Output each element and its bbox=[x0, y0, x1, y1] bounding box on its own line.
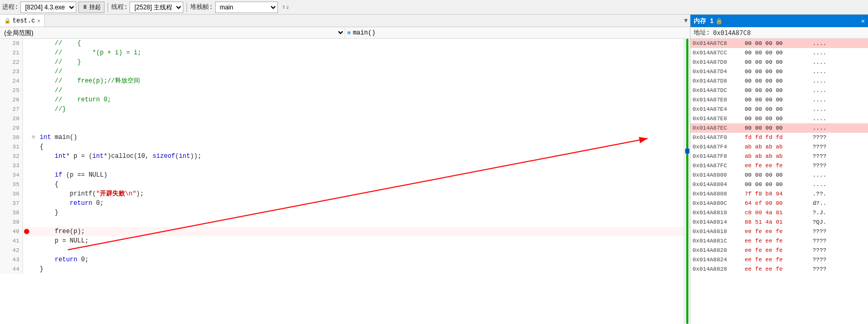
line-marker-39[interactable] bbox=[23, 217, 30, 227]
memory-row[interactable]: 0x014A87D400 00 00 00.... bbox=[690, 67, 868, 76]
code-line-31: 31{ bbox=[0, 142, 684, 152]
tab-filename: test.c bbox=[13, 17, 35, 25]
mem-bytes-6: 00 00 00 00 bbox=[743, 95, 811, 105]
collapse-icon-42 bbox=[30, 246, 37, 255]
stack-label: 堆栈帧: bbox=[190, 3, 213, 11]
mem-bytes-7: 00 00 00 00 bbox=[743, 105, 811, 114]
memory-row[interactable]: 0x014A87CC00 00 00 00.... bbox=[690, 48, 868, 57]
memory-row[interactable]: 0x014A8828ee fe ee fe???? bbox=[690, 264, 868, 274]
line-content-42 bbox=[37, 246, 40, 255]
line-marker-41[interactable] bbox=[23, 236, 30, 246]
code-line-32: 32 int* p = (int*)calloc(10, sizeof(int)… bbox=[0, 152, 684, 161]
memory-close-icon[interactable]: ✕ bbox=[861, 17, 865, 25]
line-marker-40[interactable] bbox=[23, 227, 30, 236]
line-marker-33[interactable] bbox=[23, 161, 30, 170]
mem-bytes-1: 00 00 00 00 bbox=[743, 48, 811, 57]
line-number-28: 28 bbox=[0, 114, 23, 123]
memory-row[interactable]: 0x014A87FCee fe ee fe???? bbox=[690, 161, 868, 170]
line-number-20: 20 bbox=[0, 39, 23, 48]
stack-select[interactable]: main bbox=[215, 2, 278, 13]
memory-row[interactable]: 0x014A880C64 ef 00 00d?.. bbox=[690, 199, 868, 208]
memory-row[interactable]: 0x014A87D000 00 00 00.... bbox=[690, 57, 868, 67]
tab-close-icon[interactable]: ✕ bbox=[37, 18, 40, 24]
line-marker-32[interactable] bbox=[23, 152, 30, 161]
memory-row[interactable]: 0x014A880000 00 00 00.... bbox=[690, 170, 868, 180]
line-marker-29[interactable] bbox=[23, 123, 30, 133]
toolbar-divider-2 bbox=[186, 3, 187, 12]
memory-row[interactable]: 0x014A881488 51 4a 01?QJ. bbox=[690, 217, 868, 227]
memory-row[interactable]: 0x014A880400 00 00 00.... bbox=[690, 180, 868, 189]
memory-row[interactable]: 0x014A8818ee fe ee fe???? bbox=[690, 227, 868, 236]
memory-row[interactable]: 0x014A87D800 00 00 00.... bbox=[690, 76, 868, 86]
memory-row[interactable]: 0x014A881Cee fe ee fe???? bbox=[690, 236, 868, 246]
mem-chars-14: .... bbox=[811, 170, 868, 180]
memory-row[interactable]: 0x014A87EC00 00 00 00.... bbox=[690, 123, 868, 133]
memory-row[interactable]: 0x014A87DC00 00 00 00.... bbox=[690, 86, 868, 95]
line-content-30: int main() bbox=[37, 133, 77, 142]
line-marker-24[interactable] bbox=[23, 76, 30, 86]
suspend-button[interactable]: ⏸ 挂起 bbox=[78, 2, 104, 13]
code-tab-bar: 🔒 test.c ✕ ▼ bbox=[0, 15, 690, 27]
thread-select[interactable]: [2528] 主线程 bbox=[130, 2, 183, 13]
collapse-icon-29 bbox=[30, 123, 37, 133]
code-tab-testc[interactable]: 🔒 test.c ✕ bbox=[0, 15, 45, 27]
mem-chars-20: ???? bbox=[811, 227, 868, 236]
line-marker-26[interactable] bbox=[23, 95, 30, 105]
memory-row[interactable]: 0x014A8810c0 00 4a 01?.J. bbox=[690, 208, 868, 217]
line-marker-22[interactable] bbox=[23, 57, 30, 67]
collapse-icon-30[interactable]: ⊖ bbox=[30, 133, 37, 142]
mem-addr-12: 0x014A87F8 bbox=[690, 152, 743, 161]
line-marker-42[interactable] bbox=[23, 246, 30, 255]
line-marker-21[interactable] bbox=[23, 48, 30, 57]
mem-chars-3: .... bbox=[811, 67, 868, 76]
process-select[interactable]: [8204] 4.3.exe bbox=[20, 2, 76, 13]
main-area: 🔒 test.c ✕ ▼ (全局范围) ⊕ main() 20 // {21 /… bbox=[0, 15, 868, 324]
line-marker-27[interactable] bbox=[23, 105, 30, 114]
mem-addr-7: 0x014A87E4 bbox=[690, 105, 743, 114]
memory-row[interactable]: 0x014A87F4ab ab ab ab???? bbox=[690, 142, 868, 152]
memory-row[interactable]: 0x014A87E000 00 00 00.... bbox=[690, 95, 868, 105]
line-marker-44[interactable] bbox=[23, 264, 30, 274]
memory-row[interactable]: 0x014A87E800 00 00 00.... bbox=[690, 114, 868, 123]
line-marker-38[interactable] bbox=[23, 208, 30, 217]
memory-row[interactable]: 0x014A8820ee fe ee fe???? bbox=[690, 246, 868, 255]
line-marker-25[interactable] bbox=[23, 86, 30, 95]
mem-chars-17: d?.. bbox=[811, 199, 868, 208]
memory-row[interactable]: 0x014A87F0fd fd fd fd???? bbox=[690, 133, 868, 142]
line-marker-28[interactable] bbox=[23, 114, 30, 123]
line-marker-23[interactable] bbox=[23, 67, 30, 76]
line-content-37: return 0; bbox=[37, 199, 103, 208]
breakpoint-icon[interactable] bbox=[24, 229, 29, 234]
mem-addr-24: 0x014A8828 bbox=[690, 264, 743, 274]
collapse-icon-33 bbox=[30, 161, 37, 170]
memory-row[interactable]: 0x014A87C800 00 00 00.... bbox=[690, 39, 868, 48]
memory-pin-icon[interactable]: 🔒 bbox=[715, 18, 723, 25]
mem-bytes-11: ab ab ab ab bbox=[743, 142, 811, 152]
tab-expand-icon[interactable]: ▼ bbox=[682, 17, 690, 25]
code-editor[interactable]: 20 // {21 // *(p + i) = i;22 // }23 //24… bbox=[0, 39, 684, 324]
memory-row[interactable]: 0x014A87E400 00 00 00.... bbox=[690, 105, 868, 114]
line-number-29: 29 bbox=[0, 123, 23, 133]
memory-row[interactable]: 0x014A88087f f8 b8 94.??. bbox=[690, 189, 868, 199]
func-icon: ⊕ bbox=[347, 29, 351, 36]
memory-addr-bar: 地址: 0x014A87C8 bbox=[690, 27, 868, 39]
line-marker-36[interactable] bbox=[23, 189, 30, 199]
line-marker-35[interactable] bbox=[23, 180, 30, 189]
mem-addr-14: 0x014A8800 bbox=[690, 170, 743, 180]
suspend-icon: ⏸ bbox=[82, 4, 88, 10]
line-marker-31[interactable] bbox=[23, 142, 30, 152]
memory-row[interactable]: 0x014A8824ee fe ee fe???? bbox=[690, 255, 868, 264]
memory-row[interactable]: 0x014A87F8ab ab ab ab???? bbox=[690, 152, 868, 161]
code-editor-container: 20 // {21 // *(p + i) = i;22 // }23 //24… bbox=[0, 39, 690, 324]
collapse-icon-26 bbox=[30, 95, 37, 105]
line-marker-34[interactable] bbox=[23, 170, 30, 180]
code-line-29: 29 bbox=[0, 123, 684, 133]
collapse-icon-38 bbox=[30, 208, 37, 217]
line-content-44: } bbox=[37, 264, 43, 274]
collapse-icon-41 bbox=[30, 236, 37, 246]
line-marker-30[interactable] bbox=[23, 133, 30, 142]
scope-select[interactable]: (全局范围) bbox=[0, 27, 345, 38]
line-marker-43[interactable] bbox=[23, 255, 30, 264]
line-marker-20[interactable] bbox=[23, 39, 30, 48]
line-marker-37[interactable] bbox=[23, 199, 30, 208]
